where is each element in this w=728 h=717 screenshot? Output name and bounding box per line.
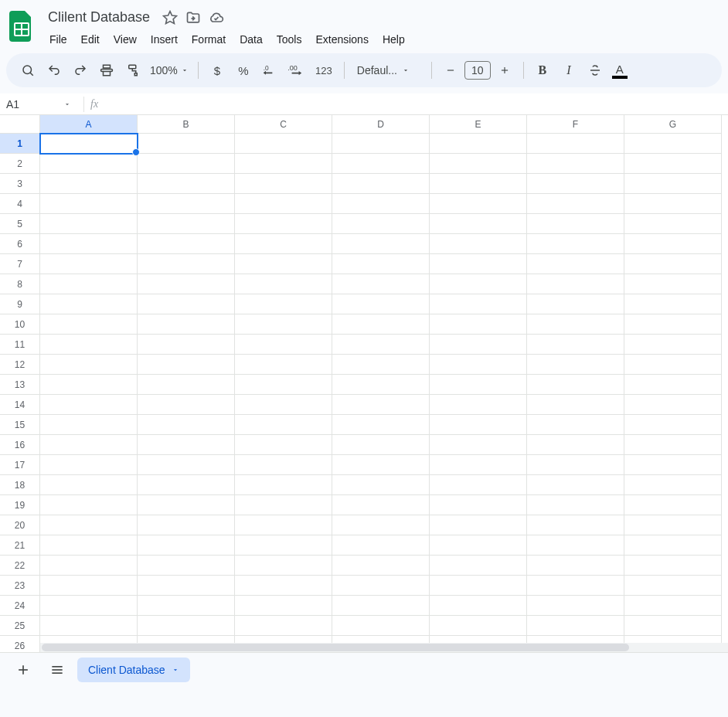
move-folder-icon[interactable] xyxy=(185,10,201,25)
cell[interactable] xyxy=(332,134,430,154)
cell[interactable] xyxy=(430,335,527,355)
document-title[interactable]: Clilent Database xyxy=(43,8,155,27)
cell[interactable] xyxy=(138,375,235,395)
cell[interactable] xyxy=(40,294,138,314)
cell[interactable] xyxy=(332,294,430,314)
cell[interactable] xyxy=(430,515,527,535)
cell[interactable] xyxy=(138,616,235,636)
row-header[interactable]: 7 xyxy=(0,254,40,274)
cell[interactable] xyxy=(332,415,430,435)
cell[interactable] xyxy=(430,455,527,475)
text-color-button[interactable]: A xyxy=(609,63,631,79)
cell[interactable] xyxy=(235,335,332,355)
row-header[interactable]: 23 xyxy=(0,576,40,596)
cell[interactable] xyxy=(332,154,430,174)
cell[interactable] xyxy=(624,274,722,294)
cell[interactable] xyxy=(40,154,138,174)
cell[interactable] xyxy=(40,435,138,455)
star-icon[interactable] xyxy=(162,10,178,25)
cell[interactable] xyxy=(235,495,332,515)
cell[interactable] xyxy=(332,395,430,415)
cell[interactable] xyxy=(40,355,138,375)
col-header-d[interactable]: D xyxy=(332,115,430,134)
paint-format-icon[interactable] xyxy=(121,58,145,83)
menu-extensions[interactable]: Extensions xyxy=(309,30,374,49)
cell[interactable] xyxy=(40,535,138,556)
cell[interactable] xyxy=(624,576,722,596)
cell[interactable] xyxy=(235,596,332,616)
cell[interactable] xyxy=(332,616,430,636)
cell[interactable] xyxy=(138,415,235,435)
cell[interactable] xyxy=(40,335,138,355)
row-header[interactable]: 22 xyxy=(0,556,40,576)
all-sheets-icon[interactable] xyxy=(43,656,71,684)
menu-view[interactable]: View xyxy=(107,30,143,49)
row-header[interactable]: 26 xyxy=(0,636,40,652)
cell[interactable] xyxy=(40,415,138,435)
cell[interactable] xyxy=(430,154,527,174)
cell[interactable] xyxy=(624,234,722,254)
cell[interactable] xyxy=(527,415,624,435)
cell[interactable] xyxy=(40,274,138,294)
cell[interactable] xyxy=(624,375,722,395)
increase-decimal-icon[interactable]: .00 xyxy=(284,58,308,83)
cell[interactable] xyxy=(138,254,235,274)
cell[interactable] xyxy=(235,455,332,475)
cell[interactable] xyxy=(40,194,138,214)
cell[interactable] xyxy=(235,415,332,435)
cell[interactable] xyxy=(138,335,235,355)
menu-help[interactable]: Help xyxy=(376,30,411,49)
menu-file[interactable]: File xyxy=(43,30,73,49)
cell[interactable] xyxy=(40,556,138,576)
row-header[interactable]: 9 xyxy=(0,294,40,314)
name-box[interactable]: A1 xyxy=(0,98,77,110)
cell[interactable] xyxy=(527,435,624,455)
sheets-logo[interactable] xyxy=(6,11,37,42)
cell[interactable] xyxy=(138,174,235,194)
cell[interactable] xyxy=(527,616,624,636)
bold-icon[interactable]: B xyxy=(530,58,555,83)
percent-button[interactable]: % xyxy=(231,58,256,83)
cell[interactable] xyxy=(430,294,527,314)
cell[interactable] xyxy=(138,556,235,576)
cell[interactable] xyxy=(138,294,235,314)
decrease-decimal-icon[interactable]: .0 xyxy=(257,58,282,83)
cell[interactable] xyxy=(527,194,624,214)
cell[interactable] xyxy=(624,596,722,616)
cell[interactable] xyxy=(138,475,235,495)
cell[interactable] xyxy=(235,274,332,294)
cell[interactable] xyxy=(527,556,624,576)
cell[interactable] xyxy=(332,535,430,556)
cell[interactable] xyxy=(40,214,138,234)
cell[interactable] xyxy=(624,495,722,515)
cell[interactable] xyxy=(624,355,722,375)
grid[interactable]: A B C D E F G 12345678910111213141516171… xyxy=(0,115,728,652)
cell[interactable] xyxy=(527,495,624,515)
currency-button[interactable]: $ xyxy=(205,58,230,83)
row-header[interactable]: 5 xyxy=(0,214,40,234)
row-header[interactable]: 10 xyxy=(0,314,40,335)
row-header[interactable]: 14 xyxy=(0,395,40,415)
increase-font-size-icon[interactable] xyxy=(492,58,517,83)
cell[interactable] xyxy=(624,254,722,274)
row-header[interactable]: 13 xyxy=(0,375,40,395)
cell[interactable] xyxy=(430,355,527,375)
menu-edit[interactable]: Edit xyxy=(75,30,106,49)
cell[interactable] xyxy=(40,254,138,274)
zoom-select[interactable]: 100% xyxy=(147,64,192,76)
cell[interactable] xyxy=(624,134,722,154)
cell[interactable] xyxy=(40,234,138,254)
cell[interactable] xyxy=(527,335,624,355)
row-header[interactable]: 20 xyxy=(0,515,40,535)
cell[interactable] xyxy=(624,194,722,214)
row-header[interactable]: 21 xyxy=(0,535,40,556)
cell[interactable] xyxy=(138,435,235,455)
cell[interactable] xyxy=(527,174,624,194)
cell[interactable] xyxy=(624,415,722,435)
menu-data[interactable]: Data xyxy=(233,30,269,49)
sheet-tab-active[interactable]: Client Database xyxy=(77,658,190,682)
cell[interactable] xyxy=(430,556,527,576)
cell[interactable] xyxy=(138,395,235,415)
cell[interactable] xyxy=(624,535,722,556)
cell[interactable] xyxy=(527,314,624,335)
